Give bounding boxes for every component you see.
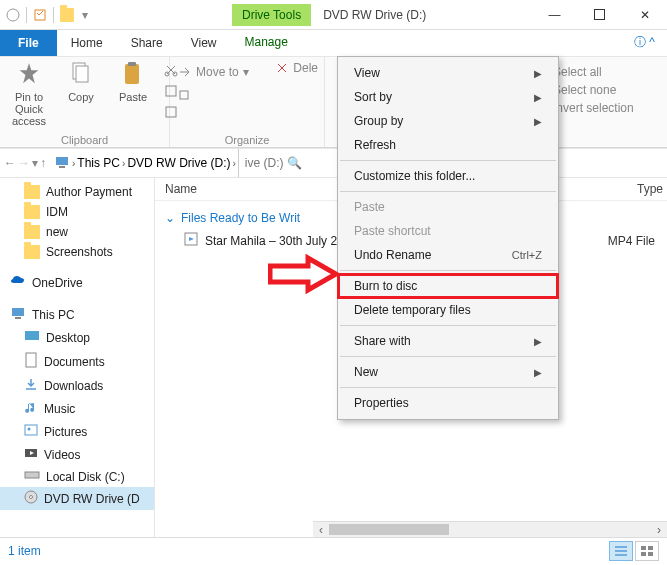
- copy-button[interactable]: Copy: [60, 61, 102, 103]
- nav-back-icon[interactable]: ←: [4, 156, 16, 170]
- column-type[interactable]: Type: [637, 182, 663, 196]
- address-bar[interactable]: ← → ▾ ↑ › This PC › DVD RW Drive (D:) › …: [0, 148, 667, 178]
- music-icon: [24, 400, 38, 417]
- context-menu: View▶ Sort by▶ Group by▶ Refresh Customi…: [337, 56, 559, 420]
- cm-view[interactable]: View▶: [338, 61, 558, 85]
- invert-selection-button[interactable]: Invert selection: [553, 101, 659, 115]
- svg-rect-14: [12, 308, 24, 316]
- status-bar: 1 item: [0, 537, 667, 563]
- navigation-tree[interactable]: Author Payment IDM new Screenshots OneDr…: [0, 178, 155, 537]
- select-none-button[interactable]: Select none: [553, 83, 659, 97]
- chevron-right-icon[interactable]: ›: [232, 158, 235, 169]
- documents-icon: [24, 352, 38, 371]
- cm-refresh[interactable]: Refresh: [338, 133, 558, 157]
- breadcrumb-drive[interactable]: DVD RW Drive (D:): [127, 156, 230, 170]
- scroll-left-icon[interactable]: ‹: [313, 522, 329, 537]
- chevron-right-icon[interactable]: ›: [72, 158, 75, 169]
- nav-up-icon[interactable]: ↑: [40, 156, 46, 170]
- copy-to-button[interactable]: [178, 89, 316, 103]
- tree-item-music[interactable]: Music: [0, 397, 154, 420]
- svg-rect-28: [648, 552, 653, 556]
- tree-item-local-disk[interactable]: Local Disk (C:): [0, 466, 154, 487]
- tab-view[interactable]: View: [177, 30, 231, 56]
- cm-delete-temp[interactable]: Delete temporary files: [338, 298, 558, 322]
- tree-item-new[interactable]: new: [0, 222, 154, 242]
- cm-undo-rename[interactable]: Undo RenameCtrl+Z: [338, 243, 558, 267]
- minimize-button[interactable]: —: [532, 0, 577, 30]
- file-type: MP4 File: [608, 234, 655, 248]
- chevron-right-icon[interactable]: ›: [122, 158, 125, 169]
- pin-label: Pin to Quick access: [8, 91, 50, 127]
- cm-new[interactable]: New▶: [338, 360, 558, 384]
- close-button[interactable]: ✕: [622, 0, 667, 30]
- cm-share-with[interactable]: Share with▶: [338, 329, 558, 353]
- svg-rect-25: [641, 546, 646, 550]
- scroll-right-icon[interactable]: ›: [651, 522, 667, 537]
- svg-point-0: [7, 9, 19, 21]
- column-name[interactable]: Name: [165, 182, 197, 196]
- tree-item-documents[interactable]: Documents: [0, 349, 154, 374]
- pictures-icon: [24, 423, 38, 440]
- tree-item-onedrive[interactable]: OneDrive: [0, 272, 154, 293]
- tree-item-desktop[interactable]: Desktop: [0, 326, 154, 349]
- tab-file[interactable]: File: [0, 30, 57, 56]
- tree-item-dvd-drive[interactable]: DVD RW Drive (D: [0, 487, 154, 510]
- search-icon[interactable]: 🔍: [287, 156, 302, 170]
- search-placeholder: ive (D:): [245, 156, 284, 170]
- cm-burn-to-disc[interactable]: Burn to disc: [338, 274, 558, 298]
- annotation-arrow-icon: [268, 254, 340, 297]
- video-file-icon: [183, 231, 199, 250]
- videos-icon: [24, 446, 38, 463]
- chevron-down-icon[interactable]: ⌄: [165, 211, 175, 225]
- maximize-button[interactable]: [577, 0, 622, 30]
- scroll-thumb[interactable]: [329, 524, 449, 535]
- tree-item-downloads[interactable]: Downloads: [0, 374, 154, 397]
- tree-item-this-pc[interactable]: This PC: [0, 303, 154, 326]
- ribbon-collapse-icon[interactable]: ⓘ ^: [622, 30, 667, 56]
- chevron-right-icon: ▶: [534, 116, 542, 127]
- tree-item-idm[interactable]: IDM: [0, 202, 154, 222]
- svg-rect-16: [25, 331, 39, 340]
- folder-qat-icon[interactable]: [60, 8, 74, 22]
- large-icons-view-button[interactable]: [635, 541, 659, 561]
- separator: [340, 270, 556, 271]
- separator: [340, 356, 556, 357]
- view-switcher: [609, 541, 659, 561]
- tab-home[interactable]: Home: [57, 30, 117, 56]
- nav-recent-icon[interactable]: ▾: [32, 156, 38, 170]
- nav-forward-icon[interactable]: →: [18, 156, 30, 170]
- search-box[interactable]: ive (D:) 🔍: [238, 149, 308, 177]
- breadcrumb-this-pc[interactable]: This PC: [77, 156, 120, 170]
- tree-item-videos[interactable]: Videos: [0, 443, 154, 466]
- window-controls: — ✕: [532, 0, 667, 30]
- cm-sort-by[interactable]: Sort by▶: [338, 85, 558, 109]
- tab-share[interactable]: Share: [117, 30, 177, 56]
- ribbon-group-organize: Move to ▾ Dele Organize: [170, 57, 325, 147]
- pc-icon: [10, 306, 26, 323]
- horizontal-scrollbar[interactable]: ‹ ›: [313, 521, 667, 537]
- title-bar: ▾ Drive Tools DVD RW Drive (D:) — ✕: [0, 0, 667, 30]
- drive-icon: [24, 469, 40, 484]
- svg-rect-18: [25, 425, 37, 435]
- delete-button[interactable]: Dele: [275, 61, 318, 75]
- nav-back-icon[interactable]: [6, 8, 20, 22]
- paste-button[interactable]: Paste: [112, 61, 154, 103]
- separator: [26, 7, 27, 23]
- tree-item-pictures[interactable]: Pictures: [0, 420, 154, 443]
- cm-group-by[interactable]: Group by▶: [338, 109, 558, 133]
- svg-rect-2: [595, 10, 605, 20]
- disc-icon: [24, 490, 38, 507]
- details-view-button[interactable]: [609, 541, 633, 561]
- select-all-button[interactable]: Select all: [553, 65, 659, 79]
- cm-customize[interactable]: Customize this folder...: [338, 164, 558, 188]
- svg-rect-11: [180, 91, 188, 99]
- qat-dropdown-icon[interactable]: ▾: [78, 8, 92, 22]
- desktop-icon: [24, 329, 40, 346]
- tree-item-author-payment[interactable]: Author Payment: [0, 182, 154, 202]
- tab-manage[interactable]: Manage: [231, 30, 302, 56]
- pin-to-quick-access-button[interactable]: Pin to Quick access: [8, 61, 50, 127]
- tree-item-screenshots[interactable]: Screenshots: [0, 242, 154, 262]
- separator: [340, 160, 556, 161]
- cm-properties[interactable]: Properties: [338, 391, 558, 415]
- properties-qat-icon[interactable]: [33, 8, 47, 22]
